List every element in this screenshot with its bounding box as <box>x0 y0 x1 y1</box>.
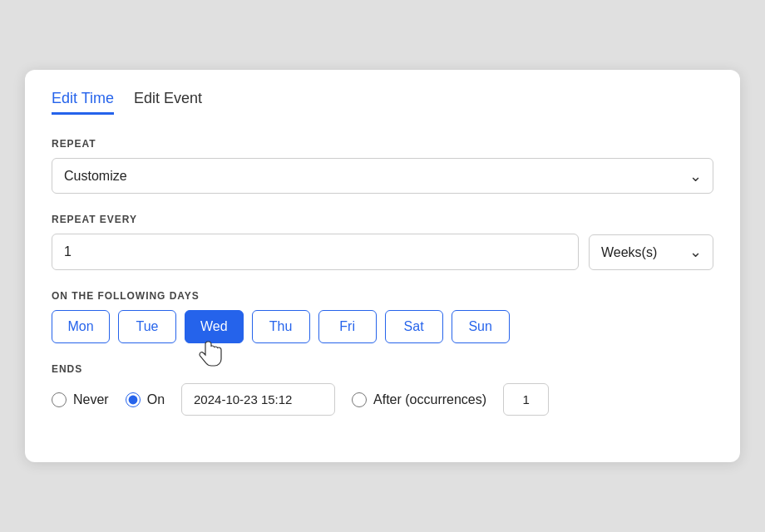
ends-section: ENDS Never On After (occurrences) <box>52 363 713 416</box>
repeat-section: REPEAT Never Daily Weekly Monthly Custom… <box>52 138 713 194</box>
tab-edit-time[interactable]: Edit Time <box>52 90 114 115</box>
ends-after-radio[interactable] <box>352 392 367 407</box>
weeks-select-wrapper: Days(s) Weeks(s) Months(s) ⌄ <box>589 234 713 270</box>
day-btn-fri[interactable]: Fri <box>318 310 377 343</box>
ends-never-group[interactable]: Never <box>52 392 109 407</box>
repeat-select[interactable]: Never Daily Weekly Monthly Customize <box>52 158 713 194</box>
repeat-every-input[interactable] <box>52 234 579 270</box>
tab-bar: Edit Time Edit Event <box>52 90 713 115</box>
ends-never-radio[interactable] <box>52 392 67 407</box>
ends-on-date-input[interactable] <box>181 383 335 416</box>
day-btn-sun[interactable]: Sun <box>452 310 510 343</box>
following-days-label: ON THE FOLLOWING DAYS <box>52 290 713 302</box>
day-buttons-group: Mon Tue Wed Thu Fri Sat Sun <box>52 310 713 343</box>
day-btn-thu[interactable]: Thu <box>252 310 310 343</box>
tab-edit-event[interactable]: Edit Event <box>134 90 202 115</box>
ends-after-group[interactable]: After (occurrences) <box>352 392 486 407</box>
following-days-section: ON THE FOLLOWING DAYS Mon Tue Wed Thu Fr… <box>52 290 713 343</box>
repeat-label: REPEAT <box>52 138 713 150</box>
ends-row: Never On After (occurrences) <box>52 383 713 416</box>
ends-on-label: On <box>147 392 165 407</box>
ends-never-label: Never <box>73 392 109 407</box>
day-btn-wed[interactable]: Wed <box>185 310 244 343</box>
day-btn-mon[interactable]: Mon <box>52 310 110 343</box>
repeat-every-row: Days(s) Weeks(s) Months(s) ⌄ <box>52 234 713 270</box>
repeat-every-label: REPEAT EVERY <box>52 214 713 225</box>
repeat-select-wrapper: Never Daily Weekly Monthly Customize ⌄ <box>52 158 713 194</box>
day-btn-sat[interactable]: Sat <box>385 310 443 343</box>
repeat-every-section: REPEAT EVERY Days(s) Weeks(s) Months(s) … <box>52 214 713 270</box>
ends-label: ENDS <box>52 363 713 375</box>
day-btn-wed-wrapper: Wed <box>185 310 244 343</box>
main-card: Edit Time Edit Event REPEAT Never Daily … <box>25 70 740 462</box>
ends-occurrences-input[interactable] <box>503 383 549 416</box>
weeks-select[interactable]: Days(s) Weeks(s) Months(s) <box>589 234 713 270</box>
ends-on-radio[interactable] <box>126 392 141 407</box>
day-btn-tue[interactable]: Tue <box>118 310 176 343</box>
ends-after-label: After (occurrences) <box>373 392 486 407</box>
ends-on-group[interactable]: On <box>126 392 165 407</box>
